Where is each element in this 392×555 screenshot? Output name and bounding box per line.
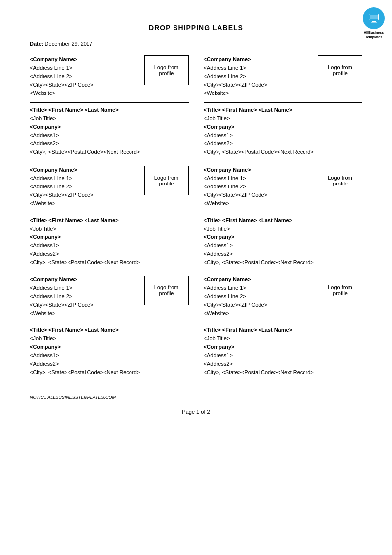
sender-address2-2: <Address Line 2> bbox=[204, 72, 267, 81]
monitor-icon bbox=[368, 12, 380, 24]
recipient-city-4: <City>, <State><Postal Code><Next Record… bbox=[204, 258, 363, 267]
sender-company-1: <Company Name> bbox=[30, 55, 93, 64]
sender-address1-4: <Address Line 1> bbox=[204, 174, 267, 183]
recipient-jobtitle-1: <Job Title> bbox=[30, 114, 189, 123]
recipient-addr1-6: <Address1> bbox=[204, 351, 363, 360]
sender-city-2: <City><State><ZIP Code> bbox=[204, 81, 267, 89]
label-col-left-1: <Company Name> <Address Line 1> <Address… bbox=[30, 55, 189, 166]
label-col-right-3: <Company Name> <Address Line 1> <Address… bbox=[204, 276, 363, 386]
page-title: DROP SHIPPING LABELS bbox=[30, 24, 362, 32]
logo-box-3: Logo fromprofile bbox=[144, 166, 189, 195]
sender-website-3: <Website> bbox=[30, 199, 93, 208]
label-row-1: <Company Name> <Address Line 1> <Address… bbox=[30, 55, 362, 166]
sender-company-4: <Company Name> bbox=[204, 166, 267, 174]
sender-company-2: <Company Name> bbox=[204, 55, 267, 64]
logo-box-2: Logo fromprofile bbox=[318, 55, 362, 85]
logo-box-4: Logo fromprofile bbox=[318, 166, 362, 195]
recipient-name-5: <Title> <First Name> <Last Name> bbox=[30, 326, 189, 334]
recipient-addr1-5: <Address1> bbox=[30, 351, 189, 360]
date-label: Date: bbox=[30, 41, 44, 46]
sender-city-5: <City><State><ZIP Code> bbox=[30, 301, 93, 309]
sender-info-1: <Company Name> <Address Line 1> <Address… bbox=[30, 55, 93, 97]
label-col-left-3: <Company Name> <Address Line 1> <Address… bbox=[30, 276, 189, 386]
date-value: December 29, 2017 bbox=[45, 41, 93, 46]
svg-rect-1 bbox=[372, 21, 376, 22]
label-col-left-2: <Company Name> <Address Line 1> <Address… bbox=[30, 166, 189, 276]
footer-notice: NOTICE ALLBUSINESSTEMPLATES.COM bbox=[30, 395, 362, 400]
recipient-company-2: <Company> bbox=[204, 123, 363, 131]
date-line: Date: December 29, 2017 bbox=[30, 41, 362, 46]
page: AllBusiness Templates DROP SHIPPING LABE… bbox=[0, 0, 392, 555]
sender-company-5: <Company Name> bbox=[30, 276, 93, 284]
sender-block-5: <Company Name> <Address Line 1> <Address… bbox=[30, 276, 189, 323]
svg-rect-4 bbox=[370, 15, 378, 19]
sender-block-3: <Company Name> <Address Line 1> <Address… bbox=[30, 166, 189, 213]
sender-address2-1: <Address Line 2> bbox=[30, 72, 93, 81]
recipient-addr2-5: <Address2> bbox=[30, 360, 189, 368]
sender-website-1: <Website> bbox=[30, 89, 93, 97]
recipient-name-2: <Title> <First Name> <Last Name> bbox=[204, 106, 363, 114]
page-number: Page 1 of 2 bbox=[30, 409, 362, 415]
recipient-addr1-3: <Address1> bbox=[30, 241, 189, 250]
brand-logo: AllBusiness Templates bbox=[363, 7, 385, 39]
recipient-jobtitle-3: <Job Title> bbox=[30, 225, 189, 233]
recipient-city-2: <City>, <State><Postal Code><Next Record… bbox=[204, 148, 363, 156]
recipient-name-1: <Title> <First Name> <Last Name> bbox=[30, 106, 189, 114]
recipient-block-3: <Title> <First Name> <Last Name> <Job Ti… bbox=[30, 216, 189, 267]
recipient-jobtitle-6: <Job Title> bbox=[204, 334, 363, 343]
sender-block-1: <Company Name> <Address Line 1> <Address… bbox=[30, 55, 189, 103]
logo-box-1: Logo fromprofile bbox=[144, 55, 189, 85]
sender-city-4: <City><State><ZIP Code> bbox=[204, 191, 267, 199]
recipient-addr2-2: <Address2> bbox=[204, 139, 363, 148]
sender-address2-3: <Address Line 2> bbox=[30, 183, 93, 191]
recipient-addr2-1: <Address2> bbox=[30, 139, 189, 148]
logo-box-5: Logo fromprofile bbox=[144, 276, 189, 305]
recipient-company-6: <Company> bbox=[204, 343, 363, 351]
recipient-company-1: <Company> bbox=[30, 123, 189, 131]
sender-address2-5: <Address Line 2> bbox=[30, 292, 93, 301]
recipient-name-6: <Title> <First Name> <Last Name> bbox=[204, 326, 363, 334]
sender-block-6: <Company Name> <Address Line 1> <Address… bbox=[204, 276, 363, 323]
brand-name: AllBusiness Templates bbox=[363, 30, 385, 39]
sender-city-3: <City><State><ZIP Code> bbox=[30, 191, 93, 199]
recipient-jobtitle-2: <Job Title> bbox=[204, 114, 363, 123]
sender-block-2: <Company Name> <Address Line 1> <Address… bbox=[204, 55, 363, 103]
sender-info-6: <Company Name> <Address Line 1> <Address… bbox=[204, 276, 267, 318]
recipient-block-2: <Title> <First Name> <Last Name> <Job Ti… bbox=[204, 106, 363, 156]
sender-address1-2: <Address Line 1> bbox=[204, 64, 267, 72]
recipient-jobtitle-4: <Job Title> bbox=[204, 225, 363, 233]
recipient-addr2-4: <Address2> bbox=[204, 250, 363, 258]
recipient-block-1: <Title> <First Name> <Last Name> <Job Ti… bbox=[30, 106, 189, 156]
label-col-right-2: <Company Name> <Address Line 1> <Address… bbox=[204, 166, 363, 276]
sender-info-3: <Company Name> <Address Line 1> <Address… bbox=[30, 166, 93, 208]
recipient-jobtitle-5: <Job Title> bbox=[30, 334, 189, 343]
sender-info-2: <Company Name> <Address Line 1> <Address… bbox=[204, 55, 267, 97]
recipient-company-5: <Company> bbox=[30, 343, 189, 351]
sender-website-4: <Website> bbox=[204, 199, 267, 208]
sender-address2-6: <Address Line 2> bbox=[204, 292, 267, 301]
recipient-block-5: <Title> <First Name> <Last Name> <Job Ti… bbox=[30, 326, 189, 376]
sender-info-5: <Company Name> <Address Line 1> <Address… bbox=[30, 276, 93, 318]
sender-address2-4: <Address Line 2> bbox=[204, 183, 267, 191]
recipient-company-3: <Company> bbox=[30, 233, 189, 241]
sender-address1-6: <Address Line 1> bbox=[204, 284, 267, 292]
recipient-city-6: <City>, <State><Postal Code><Next Record… bbox=[204, 369, 363, 377]
sender-address1-5: <Address Line 1> bbox=[30, 284, 93, 292]
sender-address1-1: <Address Line 1> bbox=[30, 64, 93, 72]
sender-company-6: <Company Name> bbox=[204, 276, 267, 284]
label-col-right-1: <Company Name> <Address Line 1> <Address… bbox=[204, 55, 363, 166]
label-row-2: <Company Name> <Address Line 1> <Address… bbox=[30, 166, 362, 276]
sender-city-6: <City><State><ZIP Code> bbox=[204, 301, 267, 309]
recipient-addr2-3: <Address2> bbox=[30, 250, 189, 258]
recipient-addr1-4: <Address1> bbox=[204, 241, 363, 250]
label-row-3: <Company Name> <Address Line 1> <Address… bbox=[30, 276, 362, 386]
recipient-addr1-1: <Address1> bbox=[30, 131, 189, 139]
sender-block-4: <Company Name> <Address Line 1> <Address… bbox=[204, 166, 363, 213]
recipient-name-4: <Title> <First Name> <Last Name> bbox=[204, 216, 363, 225]
sender-city-1: <City><State><ZIP Code> bbox=[30, 81, 93, 89]
sender-info-4: <Company Name> <Address Line 1> <Address… bbox=[204, 166, 267, 208]
recipient-city-3: <City>, <State><Postal Code><Next Record… bbox=[30, 258, 189, 267]
recipient-company-4: <Company> bbox=[204, 233, 363, 241]
recipient-addr2-6: <Address2> bbox=[204, 360, 363, 368]
sender-address1-3: <Address Line 1> bbox=[30, 174, 93, 183]
